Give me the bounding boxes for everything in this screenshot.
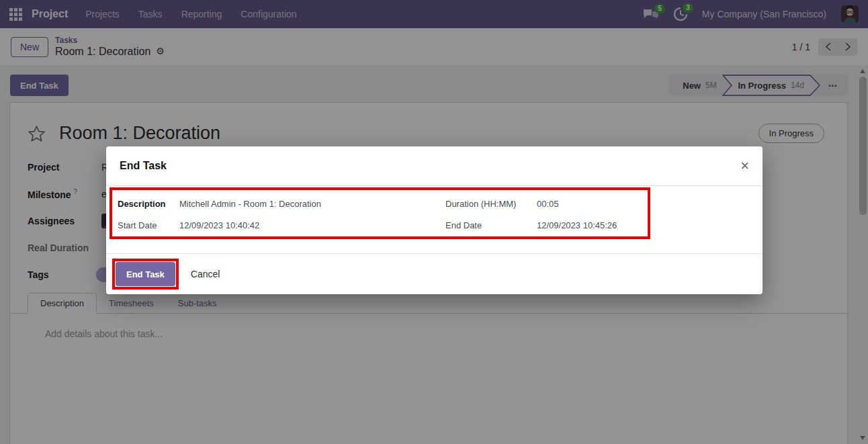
modal-body: Description Mitchell Admin - Room 1: Dec… (106, 186, 763, 253)
cancel-button[interactable]: Cancel (187, 268, 224, 280)
modal-title: End Task (120, 160, 167, 172)
tutorial-highlight-fields: Description Mitchell Admin - Room 1: Dec… (110, 187, 650, 239)
description-value[interactable]: Mitchell Admin - Room 1: Decoration (179, 199, 445, 209)
start-date-value[interactable]: 12/09/2023 10:40:42 (179, 220, 445, 230)
duration-value[interactable]: 00:05 (537, 199, 648, 209)
description-label: Description (118, 199, 179, 209)
end-date-label: End Date (445, 220, 537, 230)
end-task-modal: End Task × Description Mitchell Admin - … (106, 146, 763, 294)
end-task-confirm-button[interactable]: End Task (116, 262, 175, 286)
start-date-label: Start Date (118, 220, 179, 230)
modal-header: End Task × (106, 146, 763, 186)
tutorial-highlight-button: End Task (112, 259, 179, 290)
end-date-value[interactable]: 12/09/2023 10:45:26 (537, 220, 648, 230)
close-icon[interactable]: × (740, 159, 749, 173)
modal-footer: End Task Cancel (106, 253, 763, 294)
duration-label: Duration (HH:MM) (445, 199, 537, 209)
